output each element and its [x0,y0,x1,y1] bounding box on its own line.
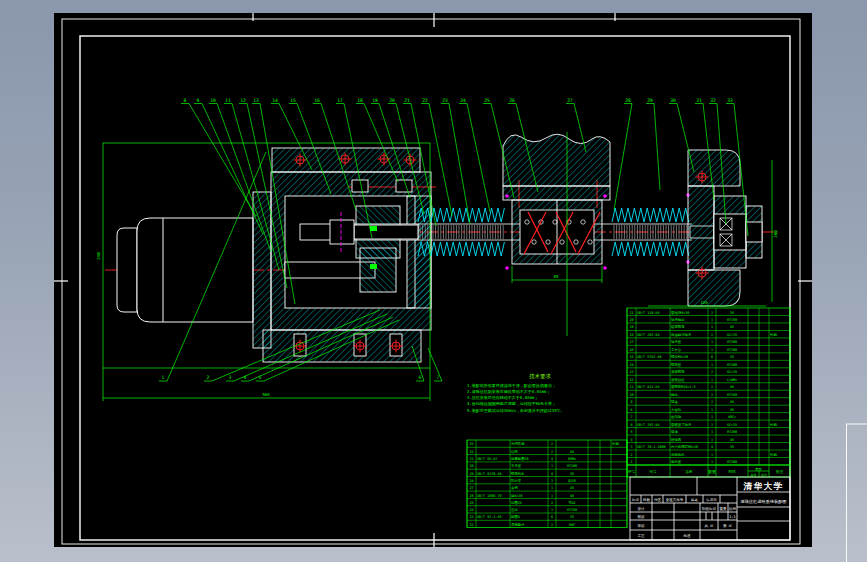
title-block-label: 设计 [638,506,646,511]
bom-material: 65Mn [568,457,576,461]
balloon-number: 17 [337,98,343,103]
bom-material: HT150 [727,393,737,397]
bom-name: 支承座 [511,464,522,468]
dimension-value: 120 [700,300,708,305]
bom-no: 23 [469,515,473,519]
balloon-number: 11 [225,98,231,103]
bom-name: 防护罩 [511,478,522,483]
bom-code: GB/T 292-94 [637,333,659,337]
bom-no: 33 [469,442,473,446]
bom-material: 35 [730,311,734,315]
bom-qty: 2 [711,370,713,374]
balloon-number: 5 [259,375,262,380]
bom-name: 箱体 [671,429,678,434]
bom-header-label: 备注 [776,469,784,474]
bom-header-label: 名称 [685,469,693,474]
bom-no: 16 [629,348,633,352]
bellows-zigzag [612,208,689,222]
title-block-label: 标记 [631,498,640,502]
bom-material: GCr15 [727,370,737,374]
balloon-number: 24 [460,98,466,103]
bom-no: 4 [630,438,632,442]
bom-material: 45 [730,385,734,389]
balloon-number: 8 [184,98,187,103]
bom-code: GB/T 119-86 [637,311,659,315]
bom-material: CrWMn [727,378,737,382]
bom-material: HT150 [727,318,737,322]
bom-material: 35 [570,515,574,519]
balloon-number: 1 [162,375,165,380]
bom-qty: 1 [711,378,713,382]
nut-bracket [503,186,610,200]
bom-qty: 1 [551,494,553,498]
tech-note-line: 5.装配后空载试运转30min，各部温升不得超过35℃。 [467,408,564,414]
bom-material: GCr15 [727,333,737,337]
bom-qty: 1 [711,340,713,344]
balloon-number: 18 [357,98,363,103]
bom-qty: 2 [551,501,553,505]
bom-no: 24 [469,508,473,512]
bom-code: GB/T 6170-86 [477,472,502,476]
bom-name: 滚珠螺母 [671,369,685,374]
balloon-number: 23 [442,98,448,103]
bom-material: 45 [730,400,734,404]
bom-no: 3 [630,445,632,449]
bom-material: HT200 [727,348,737,352]
bom-name: 压盖 [511,508,518,512]
dimension-value: 560 [262,392,270,397]
window-panel-divider[interactable] [846,424,867,562]
bom-name: 圆柱销6×30 [671,310,689,315]
bom-no: 11 [629,385,633,389]
title-block-label: 阶段标记 [702,506,717,511]
bom-name: 轴承座 [670,340,682,344]
balloon-number: 16 [314,98,320,103]
bom-qty: 1 [711,453,713,457]
bom-material: 45 [730,438,734,442]
tech-note-line: 2.滚珠丝杠副安装后轴向窜动不大于0.01mm； [467,389,550,395]
bom-qty: 1 [711,415,713,419]
bom-name: 螺母M10 [511,471,524,476]
balloon-number: 6 [419,375,422,380]
bom-no: 10 [629,393,633,397]
bom-name: 润滑脂嘴 [511,441,525,446]
bom-header-label: 单件 [751,473,757,477]
balloon-number: 31 [696,98,702,103]
bom-material: 35 [570,472,574,476]
title-block-label: 重量 [720,506,728,511]
bom-qty: 2 [551,450,553,454]
leader-line [429,104,452,217]
bom-qty: 1 [711,408,713,412]
bom-header-label: 材料 [728,469,736,474]
bom-no: 5 [630,430,632,434]
balloon-number: 4 [244,375,247,380]
bom-material: HT200 [727,430,737,434]
title-block-label: 批准 [684,534,692,538]
balloon-number: 33 [727,98,733,103]
bom-qty: 4 [551,472,553,476]
bom-no: 27 [469,486,473,490]
bom-material: HT200 [727,460,737,464]
bom-name: 锁紧螺母 [670,324,685,329]
bom-qty: 6 [711,355,713,359]
bom-qty: 2 [711,385,713,389]
bom-qty: 1 [551,508,553,512]
bom-name: 端盖 [671,393,678,397]
bom-qty: 2 [711,333,713,337]
balloon-number: 13 [253,98,259,103]
bom-material: 45 [730,408,734,412]
bom-no: 28 [469,479,473,483]
bom-code: GB/T 297-94 [637,423,659,427]
bom-qty: 1 [711,363,713,367]
bom-name: 键8×36 [510,494,523,498]
balloon-number: 25 [484,98,490,103]
bom-no: 17 [629,340,633,344]
balloon-number: 32 [710,98,716,103]
bom-name: 挡环 [511,450,518,454]
bom-note: 外购 [770,332,777,337]
bom-name: 联轴器 [671,438,682,442]
bom-name: 螺栓M8×30 [671,354,688,359]
bom-code: GB/T 812-88 [637,385,659,389]
bom-no: 8 [630,408,632,412]
bom-note: 外购 [770,422,777,427]
bom-no: 32 [469,450,473,454]
